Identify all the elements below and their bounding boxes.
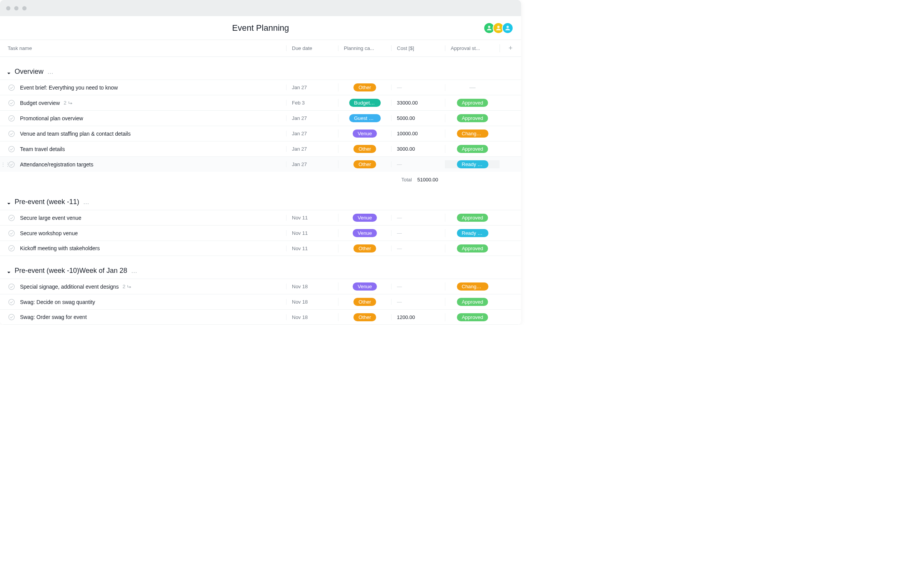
task-approval-cell[interactable]: Approved xyxy=(445,99,500,107)
section-header[interactable]: Overview… xyxy=(0,65,521,80)
task-approval-cell[interactable]: Approved xyxy=(445,298,500,306)
task-approval-cell[interactable]: Changes... xyxy=(445,130,500,138)
approval-pill[interactable]: Approved xyxy=(457,214,488,222)
task-approval-cell[interactable]: Approved xyxy=(445,313,500,321)
task-row[interactable]: Promotional plan overviewJan 27Guest m..… xyxy=(0,110,521,126)
avatar[interactable] xyxy=(502,22,513,34)
task-row[interactable]: Secure workshop venueNov 11Venue—Ready f… xyxy=(0,225,521,241)
task-row[interactable]: Venue and team staffing plan & contact d… xyxy=(0,126,521,141)
complete-check-icon[interactable] xyxy=(8,313,15,321)
complete-check-icon[interactable] xyxy=(8,115,15,122)
task-approval-cell[interactable]: Changes... xyxy=(445,282,500,291)
task-category-cell[interactable]: Other xyxy=(338,145,391,153)
task-due[interactable]: Jan 27 xyxy=(286,146,338,152)
complete-check-icon[interactable] xyxy=(8,145,15,153)
task-cost-cell[interactable]: — xyxy=(391,246,445,251)
task-due[interactable]: Jan 27 xyxy=(286,161,338,167)
complete-check-icon[interactable] xyxy=(8,84,15,91)
section-more-icon[interactable]: … xyxy=(83,199,90,206)
task-cost-cell[interactable]: — xyxy=(391,299,445,305)
task-approval-cell[interactable]: Ready fo... xyxy=(445,229,500,237)
task-category-cell[interactable]: Venue xyxy=(338,214,391,222)
complete-check-icon[interactable] xyxy=(8,130,15,138)
task-cost-cell[interactable]: — xyxy=(391,230,445,236)
task-row[interactable]: Kickoff meeting with stakeholdersNov 11O… xyxy=(0,241,521,256)
task-due[interactable]: Nov 11 xyxy=(286,215,338,221)
approval-pill[interactable]: Approved xyxy=(457,313,488,321)
task-cost-cell[interactable]: — xyxy=(391,161,445,167)
task-row[interactable]: Swag: Order swag for eventNov 18Other120… xyxy=(0,309,521,325)
task-cost-cell[interactable]: 33000.00 xyxy=(391,100,445,106)
task-cost-cell[interactable]: 1200.00 xyxy=(391,314,445,320)
task-due[interactable]: Jan 27 xyxy=(286,85,338,90)
task-row[interactable]: ⋮⋮Attendance/registration targetsJan 27O… xyxy=(0,156,521,172)
col-task-name[interactable]: Task name xyxy=(0,45,286,51)
task-row[interactable]: Secure large event venueNov 11Venue—Appr… xyxy=(0,210,521,225)
col-due-date[interactable]: Due date xyxy=(286,45,338,51)
task-due[interactable]: Nov 11 xyxy=(286,246,338,251)
section-header[interactable]: Pre-event (week -11)… xyxy=(0,196,521,210)
task-row[interactable]: Budget overview2 Feb 3Budgeting33000.00A… xyxy=(0,95,521,110)
task-cost-cell[interactable]: — xyxy=(391,85,445,90)
approval-pill[interactable]: Approved xyxy=(457,145,488,153)
section-more-icon[interactable]: … xyxy=(47,68,54,75)
task-category-cell[interactable]: Other xyxy=(338,83,391,91)
complete-check-icon[interactable] xyxy=(8,229,15,237)
task-cost-cell[interactable]: — xyxy=(391,284,445,289)
task-category-cell[interactable]: Other xyxy=(338,244,391,252)
task-category-cell[interactable]: Other xyxy=(338,298,391,306)
approval-pill[interactable]: Approved xyxy=(457,244,488,252)
task-due[interactable]: Jan 27 xyxy=(286,131,338,136)
task-cost-cell[interactable]: — xyxy=(391,215,445,221)
task-category-cell[interactable]: Venue xyxy=(338,282,391,291)
approval-pill[interactable]: Changes... xyxy=(457,282,488,291)
task-approval-cell[interactable]: — xyxy=(445,84,500,91)
window-max-dot[interactable] xyxy=(22,6,27,10)
task-due[interactable]: Nov 18 xyxy=(286,299,338,305)
approval-pill[interactable]: Approved xyxy=(457,298,488,306)
task-approval-cell[interactable]: Approved xyxy=(445,244,500,252)
complete-check-icon[interactable] xyxy=(8,99,15,107)
task-approval-cell[interactable]: Approved xyxy=(445,114,500,122)
task-approval-cell[interactable]: Approved xyxy=(445,214,500,222)
task-category-cell[interactable]: Other xyxy=(338,313,391,321)
col-cost[interactable]: Cost [$] xyxy=(391,45,445,51)
approval-pill[interactable]: Ready fo... xyxy=(457,229,488,237)
section-header[interactable]: Pre-event (week -10)Week of Jan 28… xyxy=(0,264,521,279)
task-category-cell[interactable]: Budgeting xyxy=(338,99,391,107)
task-category-cell[interactable]: Guest m... xyxy=(338,114,391,122)
task-approval-cell[interactable]: Approved xyxy=(445,145,500,153)
task-category-cell[interactable]: Venue xyxy=(338,229,391,237)
task-row[interactable]: Special signage, additional event design… xyxy=(0,279,521,294)
window-min-dot[interactable] xyxy=(14,6,18,10)
section-more-icon[interactable]: … xyxy=(131,267,138,274)
complete-check-icon[interactable] xyxy=(8,298,15,306)
approval-pill[interactable]: Approved xyxy=(457,99,488,107)
task-cost-cell[interactable]: 3000.00 xyxy=(391,146,445,152)
complete-check-icon[interactable] xyxy=(8,283,15,291)
task-cost-cell[interactable]: 5000.00 xyxy=(391,115,445,121)
task-due[interactable]: Nov 11 xyxy=(286,230,338,236)
complete-check-icon[interactable] xyxy=(8,214,15,222)
approval-pill[interactable]: Approved xyxy=(457,114,488,122)
approval-pill[interactable]: Ready fo... xyxy=(457,160,488,168)
col-approval-status[interactable]: Approval st... xyxy=(445,45,500,51)
task-due[interactable]: Nov 18 xyxy=(286,314,338,320)
task-due[interactable]: Feb 3 xyxy=(286,100,338,106)
task-row[interactable]: Event brief: Everything you need to know… xyxy=(0,80,521,95)
task-due[interactable]: Nov 18 xyxy=(286,284,338,289)
task-category-cell[interactable]: Other xyxy=(338,160,391,168)
complete-check-icon[interactable] xyxy=(8,244,15,252)
task-approval-cell[interactable]: Ready fo... xyxy=(445,160,500,168)
task-category-cell[interactable]: Venue xyxy=(338,130,391,138)
add-column-button[interactable]: + xyxy=(500,44,521,52)
col-planning-category[interactable]: Planning ca... xyxy=(338,45,391,51)
task-due[interactable]: Jan 27 xyxy=(286,115,338,121)
task-cost-cell[interactable]: 10000.00 xyxy=(391,131,445,136)
drag-handle-icon[interactable]: ⋮⋮ xyxy=(1,162,10,167)
task-row[interactable]: Swag: Decide on swag quantityNov 18Other… xyxy=(0,294,521,309)
member-avatars[interactable] xyxy=(486,22,513,34)
window-close-dot[interactable] xyxy=(6,6,10,10)
approval-pill[interactable]: Changes... xyxy=(457,130,488,138)
task-row[interactable]: Team travel detailsJan 27Other3000.00App… xyxy=(0,141,521,156)
